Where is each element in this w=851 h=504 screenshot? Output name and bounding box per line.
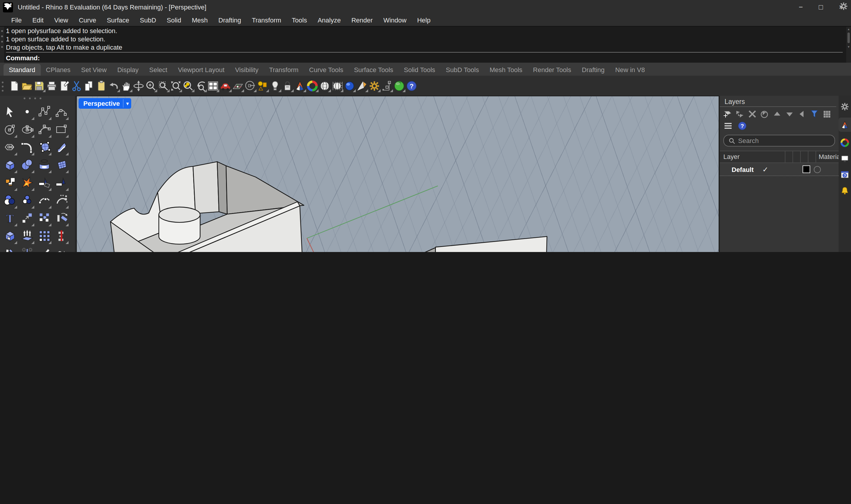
toolbar-tab[interactable]: Solid Tools xyxy=(399,64,440,76)
menu-item[interactable]: Tools xyxy=(287,15,312,25)
chevron-down-icon[interactable]: ▾ xyxy=(126,101,129,106)
toolbar-tab[interactable]: New in V8 xyxy=(610,64,650,76)
properties-panel-tab-icon[interactable] xyxy=(840,154,850,164)
cplane-icon[interactable] xyxy=(232,79,244,92)
scale-icon[interactable] xyxy=(18,209,35,227)
named-views-icon[interactable] xyxy=(219,79,232,92)
zoom-selected-icon[interactable] xyxy=(182,79,195,92)
duplicate-layer-icon[interactable] xyxy=(760,109,769,119)
viewport-layout-icon[interactable] xyxy=(207,79,219,92)
shaded-viewport-icon[interactable] xyxy=(331,79,343,92)
primitives-icon[interactable] xyxy=(53,245,70,252)
menu-item[interactable]: Surface xyxy=(101,15,134,25)
curve-fillet-icon[interactable] xyxy=(18,138,35,156)
hide-objects-icon[interactable] xyxy=(244,79,256,92)
section-icon[interactable] xyxy=(53,227,70,245)
rotate-icon[interactable] xyxy=(53,209,70,227)
box-icon[interactable] xyxy=(1,156,18,174)
rectangle-icon[interactable] xyxy=(53,121,70,138)
minimize-button[interactable]: − xyxy=(791,0,811,14)
control-point-curve-icon[interactable] xyxy=(35,103,53,121)
panel-settings-gear-icon[interactable] xyxy=(840,102,850,112)
layer-help-icon[interactable] xyxy=(738,121,747,130)
text-object-icon[interactable] xyxy=(1,209,18,227)
material-sphere-icon[interactable] xyxy=(343,79,356,92)
options-icon[interactable] xyxy=(368,79,381,92)
layers-search-input[interactable]: Search xyxy=(723,135,835,146)
single-point-icon[interactable] xyxy=(18,103,35,121)
zoom-window-icon[interactable] xyxy=(157,79,169,92)
current-layer-check-icon[interactable]: ✓ xyxy=(762,165,768,174)
help-icon[interactable] xyxy=(405,79,418,92)
spotlight-icon[interactable] xyxy=(356,79,368,92)
curve-boolean-icon[interactable] xyxy=(1,192,18,209)
split-icon[interactable] xyxy=(53,174,70,192)
bend-icon[interactable] xyxy=(1,245,18,252)
surface-grid-icon[interactable] xyxy=(53,156,70,174)
command-panel-grip[interactable] xyxy=(0,26,4,63)
toolbar-tab[interactable]: Curve Tools xyxy=(304,64,349,76)
cut-icon[interactable] xyxy=(70,79,83,92)
lock-objects-icon[interactable] xyxy=(281,79,294,92)
extrude-icon[interactable] xyxy=(18,227,35,245)
menu-item[interactable]: Transform xyxy=(247,15,286,25)
toolbar-tab[interactable]: Display xyxy=(112,64,144,76)
copy-icon[interactable] xyxy=(83,79,95,92)
curved-surface-icon[interactable] xyxy=(53,138,70,156)
maximize-button[interactable]: □ xyxy=(811,0,831,14)
explode-icon[interactable] xyxy=(18,174,35,192)
toolbar-tab[interactable]: Surface Tools xyxy=(349,64,399,76)
menu-item[interactable]: Render xyxy=(346,15,378,25)
toolbar-tab[interactable]: Visibility xyxy=(230,64,264,76)
new-layer-icon[interactable] xyxy=(723,109,732,119)
move-up-icon[interactable] xyxy=(773,109,782,119)
move-icon[interactable] xyxy=(18,245,35,252)
point-cloud-icon[interactable] xyxy=(18,192,35,209)
open-file-icon[interactable] xyxy=(21,79,33,92)
perspective-viewport[interactable]: z y x Perspective ▾ xyxy=(76,96,719,252)
layer-name[interactable]: Default xyxy=(731,166,760,173)
select-cursor-icon[interactable] xyxy=(1,103,18,121)
delete-layer-icon[interactable] xyxy=(747,109,757,119)
toolbar-tab[interactable]: CPlanes xyxy=(40,64,76,76)
menu-item[interactable]: Curve xyxy=(74,15,102,25)
layers-panel-tab-icon[interactable] xyxy=(838,118,851,132)
lights-icon[interactable] xyxy=(256,79,269,92)
dimension-icon[interactable] xyxy=(381,79,393,92)
toolbar-tab[interactable]: Drafting xyxy=(577,64,610,76)
interpolate-curve-icon[interactable] xyxy=(53,103,70,121)
save-icon[interactable] xyxy=(33,79,46,92)
column-layer[interactable]: Layer xyxy=(720,151,786,162)
toolbar-grip[interactable] xyxy=(2,79,3,92)
viewport-title-badge[interactable]: Perspective ▾ xyxy=(78,98,131,109)
polygon-icon[interactable] xyxy=(1,138,18,156)
trim-icon[interactable] xyxy=(35,174,53,192)
group-icon[interactable] xyxy=(35,209,53,227)
filter-layers-icon[interactable] xyxy=(810,109,819,119)
menu-item[interactable]: Solid xyxy=(161,15,186,25)
ellipse-icon[interactable] xyxy=(18,121,35,138)
toolbar-tab[interactable]: Select xyxy=(144,64,173,76)
earth-anchor-icon[interactable] xyxy=(393,79,405,92)
command-scrollbar[interactable]: ▲▼ xyxy=(846,26,851,63)
menu-item[interactable]: File xyxy=(6,15,27,25)
command-prompt-input[interactable]: Command: xyxy=(6,52,843,63)
menu-item[interactable]: Mesh xyxy=(186,15,213,25)
boolean-icon[interactable] xyxy=(1,174,18,192)
render-icon[interactable] xyxy=(306,79,319,92)
help-panel-tab-icon[interactable] xyxy=(840,169,850,180)
toolbar-tab[interactable]: Render Tools xyxy=(528,64,577,76)
menu-item[interactable]: Analyze xyxy=(312,15,346,25)
menu-item[interactable]: SubD xyxy=(134,15,161,25)
check-icon[interactable] xyxy=(35,245,53,252)
zoom-extents-icon[interactable] xyxy=(169,79,182,92)
toolbar-tab[interactable]: Set View xyxy=(76,64,112,76)
layer-material-circle-icon[interactable] xyxy=(814,166,821,173)
toolbar-settings-gear-icon[interactable] xyxy=(839,2,848,11)
display-mode-icon[interactable] xyxy=(294,79,306,92)
layer-tools-menu-icon[interactable] xyxy=(723,121,733,130)
new-file-icon[interactable] xyxy=(8,79,21,92)
new-sublayer-icon[interactable] xyxy=(735,109,745,119)
surface-from-points-icon[interactable] xyxy=(35,138,53,156)
paste-icon[interactable] xyxy=(95,79,108,92)
